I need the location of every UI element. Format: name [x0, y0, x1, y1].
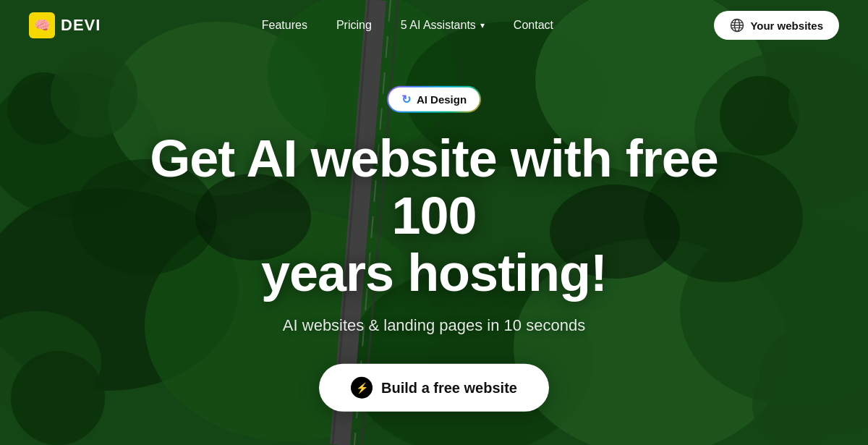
nav-item-pricing[interactable]: Pricing [336, 19, 372, 32]
lightning-icon: ⚡ [351, 377, 373, 399]
refresh-icon: ↻ [401, 92, 411, 106]
navbar: 🧠 DEVI Features Pricing 5 AI Assistants … [0, 0, 868, 51]
chevron-down-icon: ▾ [480, 20, 485, 30]
globe-icon [730, 18, 744, 33]
nav-item-contact[interactable]: Contact [514, 19, 553, 32]
nav-link-pricing[interactable]: Pricing [336, 19, 372, 31]
nav-links: Features Pricing 5 AI Assistants ▾ Conta… [262, 19, 553, 32]
build-website-button[interactable]: ⚡ Build a free website [319, 364, 549, 412]
nav-link-ai-assistants[interactable]: 5 AI Assistants ▾ [401, 19, 485, 32]
build-button-label: Build a free website [381, 379, 517, 396]
hero-subtitle: AI websites & landing pages in 10 second… [109, 316, 760, 335]
logo[interactable]: 🧠 DEVI [29, 12, 101, 38]
nav-link-features[interactable]: Features [262, 19, 307, 31]
nav-item-ai-assistants[interactable]: 5 AI Assistants ▾ [401, 19, 485, 32]
badge-label: AI Design [417, 93, 467, 105]
brand-name: DEVI [61, 16, 101, 35]
your-websites-label: Your websites [750, 20, 823, 32]
your-websites-button[interactable]: Your websites [714, 11, 839, 40]
hero-container: 🧠 DEVI Features Pricing 5 AI Assistants … [0, 0, 868, 445]
nav-item-features[interactable]: Features [262, 19, 307, 32]
hero-title: Get AI website with free 100 years hosti… [109, 130, 760, 302]
logo-icon: 🧠 [29, 12, 55, 38]
ai-badge-wrapper[interactable]: ↻ AI Design [387, 85, 481, 112]
nav-link-contact[interactable]: Contact [514, 19, 553, 31]
hero-content: ↻ AI Design Get AI website with free 100… [109, 85, 760, 412]
